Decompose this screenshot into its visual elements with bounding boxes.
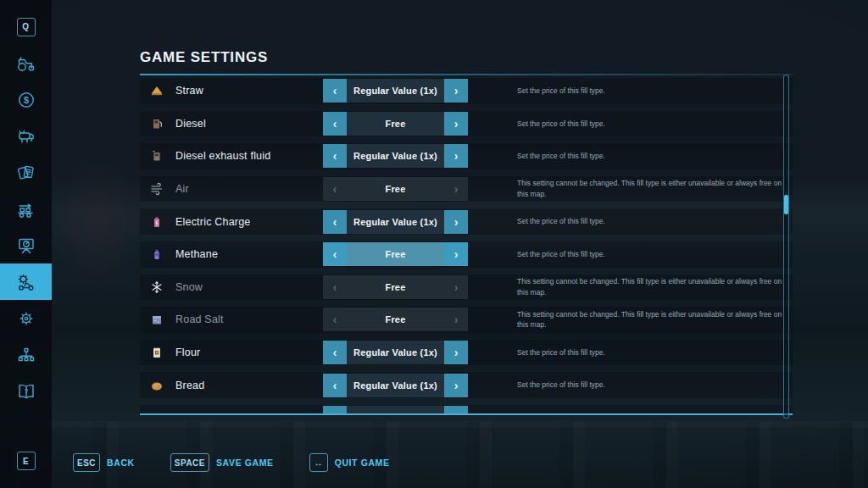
multiplayer-icon: [15, 345, 37, 365]
decrease-value-button[interactable]: ‹: [323, 406, 347, 415]
increase-value-button[interactable]: ›: [444, 79, 468, 103]
fill-type-label: Cake: [175, 412, 323, 415]
decrease-value-button[interactable]: ‹: [323, 341, 347, 364]
value-selector: ‹ Regular Value (1x) ›: [323, 406, 468, 415]
fill-type-label: Diesel: [175, 118, 323, 130]
fill-type-row: Diesel exhaust fluid ‹ Regular Value (1x…: [140, 143, 793, 169]
sidebar-item-statistics[interactable]: [0, 227, 52, 263]
sidebar-item-production[interactable]: [0, 191, 52, 227]
selector-value: Free: [347, 242, 444, 266]
decrease-value-button[interactable]: ‹: [323, 112, 347, 136]
setting-description: Set the price of this fill type.: [517, 119, 790, 130]
selector-value: Regular Value (1x): [347, 210, 444, 234]
fill-type-row: Electric Charge ‹ Regular Value (1x) › S…: [140, 208, 793, 235]
space-key-badge: SPACE: [170, 453, 209, 472]
value-selector: ‹ Free ›: [323, 308, 468, 331]
sidebar-item-animals[interactable]: [0, 118, 52, 154]
decrease-value-button: ‹: [323, 308, 347, 331]
finances-icon: $: [16, 90, 36, 110]
decrease-value-button[interactable]: ‹: [323, 144, 347, 168]
fill-type-row: Snow ‹ Free › This setting cannot be cha…: [140, 274, 793, 301]
general-settings-icon: [16, 308, 36, 329]
save-game-label: SAVE GAME: [216, 458, 274, 468]
diesel-exhaust-fluid-icon: [150, 149, 165, 163]
methane-icon: [150, 247, 165, 261]
snow-icon: [150, 280, 165, 294]
fill-type-label: Flour: [175, 347, 323, 358]
value-selector: ‹ Free ›: [323, 275, 468, 299]
sidebar-item-help[interactable]: ?: [0, 373, 52, 409]
setting-description: This setting cannot be changed. This fil…: [517, 178, 790, 200]
fill-type-label: Electric Charge: [175, 216, 323, 228]
value-selector: ‹ Regular Value (1x) ›: [323, 341, 468, 364]
selector-value: Regular Value (1x): [347, 79, 444, 103]
cake-icon: [150, 411, 165, 415]
fill-type-label: Road Salt: [175, 313, 323, 325]
sidebar-item-vehicles[interactable]: [0, 45, 52, 81]
increase-value-button: ›: [444, 308, 468, 331]
increase-value-button[interactable]: ›: [444, 144, 468, 168]
setting-description: Set the price of this fill type.: [517, 86, 790, 97]
e-key-hint: E: [0, 452, 52, 470]
settings-rows: Straw ‹ Regular Value (1x) › Set the pri…: [140, 78, 793, 415]
setting-description: Set the price of this fill type.: [517, 380, 790, 391]
setting-description: Set the price of this fill type.: [517, 151, 790, 162]
decrease-value-button[interactable]: ‹: [323, 374, 347, 397]
setting-description: This setting cannot be changed. This fil…: [517, 309, 790, 331]
increase-value-button: ›: [444, 275, 468, 299]
setting-description: Set the price of this fill type.: [517, 347, 790, 358]
sidebar-item-contracts[interactable]: [0, 154, 52, 191]
flour-icon: [150, 346, 165, 359]
fill-type-label: Straw: [175, 85, 323, 97]
setting-description: This setting cannot be changed. This fil…: [517, 276, 790, 298]
footer-actions: ESC BACK SPACE SAVE GAME ↔ QUIT GAME: [73, 452, 390, 473]
diesel-icon: [150, 117, 165, 130]
fill-type-row: Straw ‹ Regular Value (1x) › Set the pri…: [140, 78, 793, 104]
sidebar-item-multiplayer[interactable]: [0, 336, 52, 373]
arrows-key-badge: ↔: [309, 453, 328, 472]
fill-type-row: Cake ‹ Regular Value (1x) › Set the pric…: [140, 405, 793, 415]
statistics-icon: [16, 236, 36, 256]
increase-value-button[interactable]: ›: [444, 374, 468, 397]
value-selector: ‹ Regular Value (1x) ›: [323, 210, 468, 234]
e-key-badge: E: [17, 452, 36, 470]
contracts-icon: [15, 163, 37, 183]
straw-icon: [150, 84, 165, 97]
value-selector: ‹ Regular Value (1x) ›: [323, 79, 468, 103]
increase-value-button[interactable]: ›: [444, 406, 468, 415]
selector-value: Free: [347, 275, 444, 299]
animals-icon: [15, 127, 37, 146]
selector-value: Regular Value (1x): [347, 406, 444, 415]
save-game-button[interactable]: SPACE SAVE GAME: [170, 453, 274, 472]
scrollbar-track[interactable]: [783, 75, 789, 419]
bread-icon: [150, 379, 165, 392]
decrease-value-button[interactable]: ‹: [323, 210, 347, 234]
sidebar-item-game-settings[interactable]: [0, 263, 52, 300]
game-settings-icon: [15, 272, 37, 292]
fill-type-row: Air ‹ Free › This setting cannot be chan…: [140, 176, 793, 202]
sidebar-item-general-settings[interactable]: [0, 300, 52, 336]
scrollbar-thumb[interactable]: [784, 195, 788, 214]
increase-value-button[interactable]: ›: [444, 112, 468, 136]
selector-value: Regular Value (1x): [347, 341, 444, 364]
air-icon: [150, 182, 165, 196]
decrease-value-button: ‹: [323, 177, 347, 201]
selector-value: Free: [347, 177, 444, 201]
increase-value-button[interactable]: ›: [444, 242, 468, 266]
setting-description: Set the price of this fill type.: [517, 216, 790, 227]
quit-game-button[interactable]: ↔ QUIT GAME: [309, 453, 390, 472]
sidebar: Q$? E: [0, 0, 52, 488]
value-selector: ‹ Free ›: [323, 242, 468, 266]
increase-value-button[interactable]: ›: [444, 341, 468, 364]
help-icon: ?: [15, 381, 37, 402]
decrease-value-button[interactable]: ‹: [323, 242, 347, 266]
sidebar-item-finances[interactable]: $: [0, 81, 52, 118]
decrease-value-button[interactable]: ‹: [323, 79, 347, 103]
back-button[interactable]: ESC BACK: [73, 453, 135, 472]
back-label: BACK: [107, 458, 135, 468]
fill-type-label: Methane: [175, 248, 323, 260]
selector-value: Regular Value (1x): [347, 374, 444, 397]
game-settings-panel: GAME SETTINGS Straw ‹ Regular Value (1x)…: [140, 49, 793, 415]
increase-value-button[interactable]: ›: [444, 210, 468, 234]
production-icon: [15, 199, 37, 219]
